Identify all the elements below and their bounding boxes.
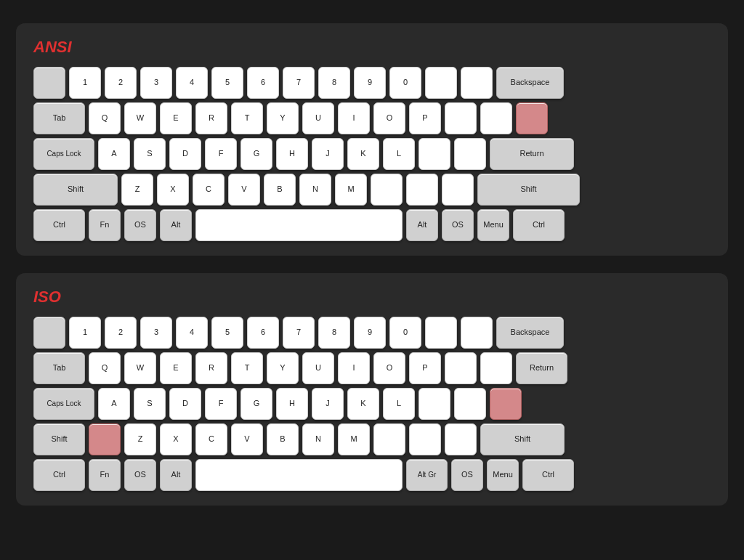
iso-key-lbracket[interactable] [445,352,477,384]
iso-key-grave[interactable] [33,317,65,349]
iso-key-os-left[interactable]: OS [124,459,156,491]
iso-key-n[interactable]: N [302,423,334,455]
key-lbracket[interactable] [445,102,477,134]
key-alt-right-ansi[interactable]: Alt [406,209,438,241]
iso-key-capslock[interactable]: Caps Lock [33,388,94,420]
iso-key-semicolon[interactable] [418,388,450,420]
key-comma[interactable] [371,174,403,206]
key-return-ansi[interactable]: Return [490,138,574,170]
key-period[interactable] [406,174,438,206]
iso-key-d[interactable]: D [169,388,201,420]
key-y[interactable]: Y [267,102,299,134]
iso-key-v[interactable]: V [231,423,263,455]
key-n[interactable]: N [299,174,331,206]
iso-key-g[interactable]: G [240,388,272,420]
key-backspace[interactable]: Backspace [496,67,564,99]
key-s[interactable]: S [134,138,166,170]
key-shift-left-ansi[interactable]: Shift [33,174,118,206]
iso-key-minus[interactable] [425,317,457,349]
key-b[interactable]: B [264,174,296,206]
iso-key-quote[interactable] [454,388,486,420]
key-grave[interactable] [33,67,65,99]
iso-key-b[interactable]: B [267,423,299,455]
key-capslock[interactable]: Caps Lock [33,138,94,170]
key-9[interactable]: 9 [354,67,386,99]
iso-key-1[interactable]: 1 [69,317,101,349]
iso-key-altgr[interactable]: Alt Gr [406,459,448,491]
key-tab[interactable]: Tab [33,102,85,134]
iso-key-rbracket[interactable] [480,352,512,384]
iso-key-period[interactable] [409,423,441,455]
iso-key-fn[interactable]: Fn [89,459,121,491]
key-l[interactable]: L [383,138,415,170]
key-ctrl-left-ansi[interactable]: Ctrl [33,209,85,241]
key-menu-ansi[interactable]: Menu [477,209,509,241]
key-g[interactable]: G [240,138,272,170]
iso-key-r[interactable]: R [195,352,227,384]
key-k[interactable]: K [347,138,379,170]
key-0[interactable]: 0 [389,67,421,99]
iso-key-backspace[interactable]: Backspace [496,317,564,349]
key-e[interactable]: E [160,102,192,134]
iso-key-i[interactable]: I [338,352,370,384]
iso-key-p[interactable]: P [409,352,441,384]
iso-key-space[interactable] [195,459,403,491]
key-3[interactable]: 3 [140,67,172,99]
iso-key-6[interactable]: 6 [247,317,279,349]
key-x[interactable]: X [157,174,189,206]
iso-key-hash[interactable] [490,388,522,420]
key-fn-ansi[interactable]: Fn [89,209,121,241]
iso-key-ctrl-left[interactable]: Ctrl [33,459,85,491]
key-c[interactable]: C [193,174,225,206]
iso-key-j[interactable]: J [312,388,344,420]
iso-key-w[interactable]: W [124,352,156,384]
key-7[interactable]: 7 [283,67,315,99]
key-shift-right-ansi[interactable]: Shift [477,174,580,206]
iso-key-y[interactable]: Y [267,352,299,384]
key-r[interactable]: R [195,102,227,134]
iso-key-8[interactable]: 8 [318,317,350,349]
iso-key-u[interactable]: U [302,352,334,384]
iso-key-alt-left[interactable]: Alt [160,459,192,491]
iso-key-z[interactable]: Z [124,423,156,455]
iso-key-t[interactable]: T [231,352,263,384]
iso-key-a[interactable]: A [98,388,130,420]
iso-key-s[interactable]: S [134,388,166,420]
key-space-ansi[interactable] [195,209,403,241]
key-2[interactable]: 2 [105,67,137,99]
iso-key-e[interactable]: E [160,352,192,384]
key-u[interactable]: U [302,102,334,134]
iso-key-o[interactable]: O [373,352,405,384]
iso-key-f[interactable]: F [205,388,237,420]
key-8[interactable]: 8 [318,67,350,99]
iso-key-shift-right[interactable]: Shift [480,423,565,455]
key-h[interactable]: H [276,138,308,170]
iso-key-7[interactable]: 7 [283,317,315,349]
iso-key-slash[interactable] [445,423,477,455]
iso-key-l[interactable]: L [383,388,415,420]
key-q[interactable]: Q [89,102,121,134]
key-m[interactable]: M [335,174,367,206]
key-i[interactable]: I [338,102,370,134]
iso-key-x[interactable]: X [160,423,192,455]
key-alt-left-ansi[interactable]: Alt [160,209,192,241]
iso-key-equals[interactable] [461,317,493,349]
key-o[interactable]: O [373,102,405,134]
iso-key-q[interactable]: Q [89,352,121,384]
key-d[interactable]: D [169,138,201,170]
key-4[interactable]: 4 [176,67,208,99]
key-quote[interactable] [454,138,486,170]
key-p[interactable]: P [409,102,441,134]
iso-key-2[interactable]: 2 [105,317,137,349]
key-equals[interactable] [461,67,493,99]
iso-key-comma[interactable] [373,423,405,455]
key-1[interactable]: 1 [69,67,101,99]
iso-key-c[interactable]: C [195,423,227,455]
key-semicolon[interactable] [418,138,450,170]
iso-key-extra[interactable] [89,423,121,455]
iso-key-k[interactable]: K [347,388,379,420]
iso-key-0[interactable]: 0 [389,317,421,349]
iso-key-9[interactable]: 9 [354,317,386,349]
key-f[interactable]: F [205,138,237,170]
iso-key-5[interactable]: 5 [211,317,243,349]
